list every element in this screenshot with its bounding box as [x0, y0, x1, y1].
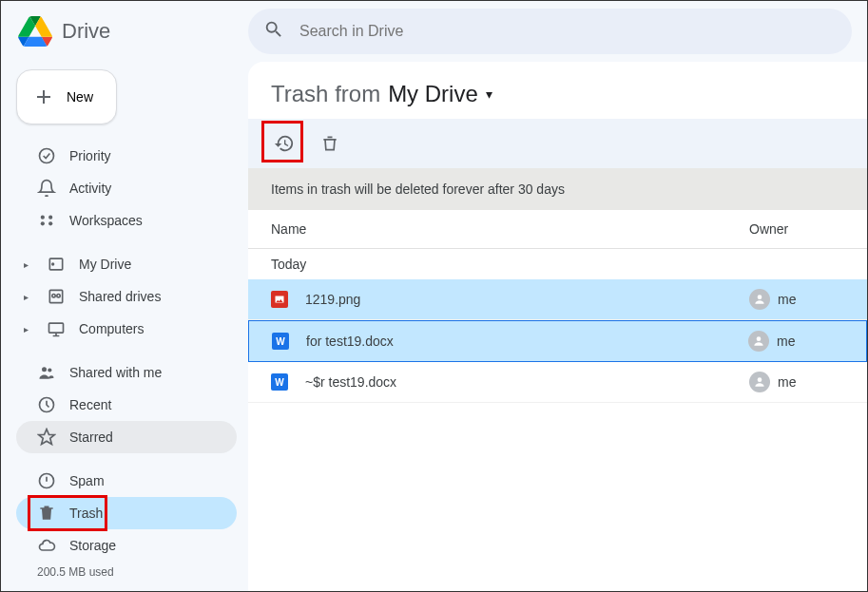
- file-row[interactable]: W ~$r test19.docx me: [248, 362, 867, 403]
- star-icon: [37, 428, 56, 447]
- cloud-icon: [37, 536, 56, 555]
- caret-icon: ▸: [24, 259, 33, 270]
- sidebar-label: Starred: [69, 430, 113, 445]
- search-input[interactable]: [299, 23, 837, 40]
- main-panel: Trash from My Drive ▾ Items in trash wil…: [248, 62, 867, 591]
- sidebar-item-activity[interactable]: Activity: [16, 172, 237, 204]
- sidebar-label: Trash: [69, 506, 103, 521]
- plus-icon: [32, 86, 55, 108]
- group-label: Today: [248, 249, 867, 279]
- owner-cell: me: [749, 289, 844, 310]
- chevron-down-icon[interactable]: ▾: [486, 86, 492, 102]
- svg-point-17: [758, 377, 762, 382]
- sidebar-label: Shared with me: [69, 365, 162, 380]
- sidebar-item-trash[interactable]: Trash: [16, 497, 237, 529]
- spam-icon: [37, 471, 56, 490]
- avatar-icon: [748, 331, 769, 352]
- owner-text: me: [778, 374, 796, 390]
- content: New Priority Activity Workspaces ▸ My Dr…: [1, 62, 867, 591]
- search-icon: [263, 19, 284, 44]
- svg-point-12: [48, 368, 51, 372]
- svg-point-6: [52, 263, 54, 265]
- new-button[interactable]: New: [16, 69, 117, 124]
- file-name: 1219.png: [305, 292, 749, 307]
- sidebar-label: Computers: [79, 321, 144, 336]
- svg-point-8: [52, 295, 55, 297]
- sidebar-label: Workspaces: [69, 213, 143, 228]
- owner-cell: me: [748, 331, 843, 352]
- svg-point-1: [41, 216, 45, 220]
- drive-logo-icon: [16, 12, 54, 50]
- shared-drives-icon: [47, 287, 66, 306]
- bell-icon: [37, 179, 56, 198]
- file-name: ~$r test19.docx: [305, 374, 749, 390]
- main-header: Trash from My Drive ▾: [248, 62, 867, 119]
- sidebar-item-recent[interactable]: Recent: [16, 389, 237, 421]
- svg-point-11: [42, 367, 47, 372]
- file-row[interactable]: 1219.png me: [248, 279, 867, 320]
- caret-icon: ▸: [24, 324, 33, 334]
- app-title: Drive: [62, 19, 110, 44]
- avatar-icon: [749, 372, 770, 392]
- sidebar-item-priority[interactable]: Priority: [16, 140, 237, 172]
- restore-button[interactable]: [267, 126, 301, 161]
- title-prefix: Trash from: [271, 81, 380, 107]
- info-banner: Items in trash will be deleted forever a…: [248, 168, 867, 210]
- sidebar-label: Priority: [69, 148, 111, 163]
- owner-cell: me: [749, 372, 844, 392]
- column-owner[interactable]: Owner: [749, 221, 844, 237]
- header: Drive: [1, 1, 867, 62]
- svg-point-2: [48, 216, 52, 220]
- file-name: for test19.docx: [306, 334, 748, 349]
- sidebar-label: Shared drives: [79, 289, 161, 304]
- trash-icon: [37, 504, 56, 523]
- drive-icon: [47, 255, 66, 274]
- priority-icon: [37, 146, 56, 165]
- storage-used-text: 200.5 MB used: [16, 565, 237, 579]
- svg-point-4: [48, 221, 52, 225]
- table-header: Name Owner: [248, 210, 867, 249]
- delete-forever-button[interactable]: [313, 126, 347, 161]
- trash-icon: [320, 134, 339, 153]
- sidebar-item-shared-drives[interactable]: ▸ Shared drives: [16, 280, 237, 313]
- workspaces-icon: [37, 211, 56, 230]
- word-file-icon: W: [272, 333, 289, 350]
- sidebar-label: Activity: [69, 181, 111, 196]
- owner-text: me: [778, 292, 796, 307]
- clock-icon: [37, 395, 56, 414]
- computer-icon: [47, 319, 66, 338]
- people-icon: [37, 363, 56, 382]
- title-location[interactable]: My Drive: [388, 81, 478, 107]
- sidebar-item-starred[interactable]: Starred: [16, 421, 237, 453]
- word-file-icon: W: [271, 373, 288, 391]
- sidebar-label: My Drive: [79, 257, 131, 272]
- svg-point-3: [41, 221, 45, 225]
- sidebar-item-workspaces[interactable]: Workspaces: [16, 204, 237, 237]
- sidebar-label: Spam: [69, 473, 105, 488]
- logo-area[interactable]: Drive: [16, 12, 248, 50]
- search-bar[interactable]: [248, 9, 852, 54]
- sidebar-label: Recent: [69, 397, 111, 412]
- sidebar-item-storage[interactable]: Storage: [16, 529, 237, 562]
- svg-point-16: [757, 336, 762, 341]
- file-row[interactable]: W for test19.docx me: [248, 320, 867, 362]
- sidebar-item-spam[interactable]: Spam: [16, 465, 237, 497]
- image-file-icon: [271, 291, 288, 308]
- new-button-label: New: [67, 89, 93, 105]
- svg-point-15: [758, 295, 762, 299]
- owner-text: me: [777, 334, 795, 349]
- restore-icon: [274, 133, 295, 154]
- svg-rect-10: [49, 323, 64, 333]
- sidebar: New Priority Activity Workspaces ▸ My Dr…: [1, 62, 248, 591]
- avatar-icon: [749, 289, 770, 310]
- svg-point-0: [40, 149, 54, 163]
- sidebar-item-my-drive[interactable]: ▸ My Drive: [16, 248, 237, 280]
- action-bar: [248, 119, 867, 168]
- caret-icon: ▸: [24, 292, 33, 302]
- column-name[interactable]: Name: [271, 221, 749, 237]
- svg-point-9: [57, 295, 60, 297]
- sidebar-item-computers[interactable]: ▸ Computers: [16, 313, 237, 345]
- sidebar-label: Storage: [69, 538, 116, 553]
- sidebar-item-shared-with-me[interactable]: Shared with me: [16, 356, 237, 389]
